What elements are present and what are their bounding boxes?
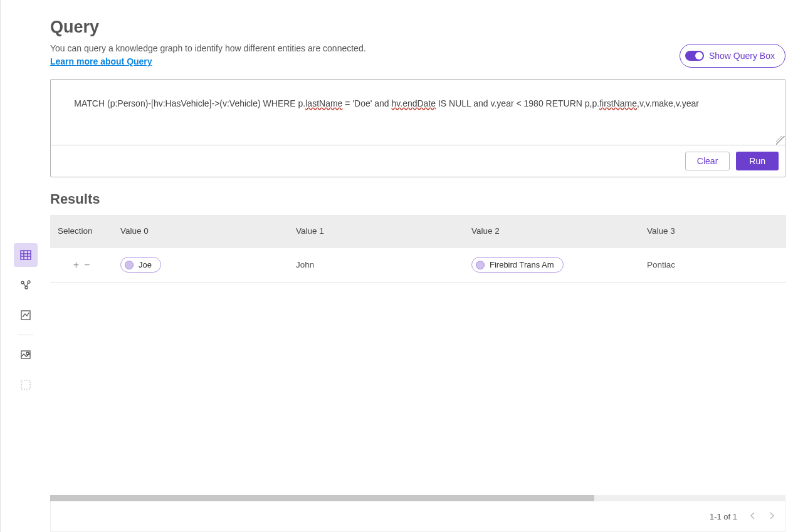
row-value1: John [288,248,464,283]
chip-label: Firebird Trans Am [490,260,554,269]
entity-chip-vehicle[interactable]: Firebird Trans Am [471,257,564,273]
pager-prev[interactable] [750,511,756,521]
query-box: MATCH (p:Person)-[hv:HasVehicle]->(v:Veh… [50,79,785,177]
map-icon [20,349,31,360]
results-panel: Selection Value 0 Value 1 Value 2 Value … [50,215,785,532]
toggle-label: Show Query Box [709,51,775,61]
chevron-right-icon [769,512,775,519]
main-content: Query You can query a knowledge graph to… [50,0,793,532]
entity-chip-person[interactable]: Joe [120,257,161,273]
run-button[interactable]: Run [736,152,779,170]
show-query-box-toggle[interactable]: Show Query Box [680,44,785,68]
rail-map-view[interactable] [14,343,38,367]
row-value3: Pontiac [639,248,786,283]
row-value2: Firebird Trans Am [464,248,639,283]
results-table: Selection Value 0 Value 1 Value 2 Value … [50,215,785,495]
query-text: = 'Doe' and [342,98,391,108]
pager-range: 1-1 of 1 [710,512,737,521]
row-value0: Joe [113,248,288,283]
svg-line-9 [26,283,28,287]
rail-separator [18,335,33,335]
chevron-left-icon [750,512,756,519]
rail-other-view [14,373,38,397]
query-action-bar: Clear Run [51,145,785,177]
page-subtitle: You can query a knowledge graph to ident… [50,43,366,53]
chart-icon [20,310,31,321]
learn-more-link[interactable]: Learn more about Query [50,56,152,66]
svg-rect-0 [21,251,31,259]
page-title: Query [50,18,366,37]
add-row-icon[interactable]: + [73,259,79,271]
horizontal-scrollbar[interactable] [50,495,785,501]
results-grid: Selection Value 0 Value 1 Value 2 Value … [50,215,785,283]
chip-label: Joe [139,260,152,269]
scrollbar-thumb[interactable] [50,495,594,501]
rail-table-view[interactable] [14,243,38,267]
grid-dashed-icon [20,379,31,390]
clear-button[interactable]: Clear [685,152,730,170]
header-left: Query You can query a knowledge graph to… [50,18,366,67]
query-text: hv.endDate [392,98,436,108]
col-value0: Value 0 [113,215,288,248]
query-textarea[interactable]: MATCH (p:Person)-[hv:HasVehicle]->(v:Veh… [51,80,785,145]
left-rail [0,0,50,532]
query-text: IS NULL and v.year < 1980 RETURN p,p. [436,98,599,108]
results-title: Results [50,191,793,207]
cell-text: Pontiac [647,260,675,269]
svg-rect-10 [21,311,30,320]
remove-row-icon[interactable]: − [84,259,90,271]
row-selection: + − [50,248,113,283]
col-value2: Value 2 [464,215,639,248]
query-text: lastName [305,98,342,108]
results-pager: 1-1 of 1 [50,501,785,532]
pager-next[interactable] [769,511,775,521]
svg-point-6 [28,281,30,283]
col-value1: Value 1 [288,215,464,248]
query-text: ,v,v.make,v.year [637,98,699,108]
query-text: MATCH (p:Person)-[hv:HasVehicle]->(v:Veh… [74,98,305,108]
header-row: Query You can query a knowledge graph to… [50,18,793,68]
col-value3: Value 3 [639,215,786,248]
rail-graph-view[interactable] [14,273,38,297]
chip-dot-icon [476,261,485,269]
chip-dot-icon [125,261,134,269]
rail-chart-view[interactable] [14,303,38,327]
cell-text: John [296,260,314,269]
resize-handle-icon[interactable] [776,136,785,145]
graph-icon [20,279,31,291]
col-selection: Selection [50,215,113,248]
toggle-switch-icon [685,51,704,61]
table-icon [20,249,31,261]
query-text: firstName [599,98,637,108]
svg-rect-13 [21,380,30,389]
svg-line-8 [23,283,26,287]
